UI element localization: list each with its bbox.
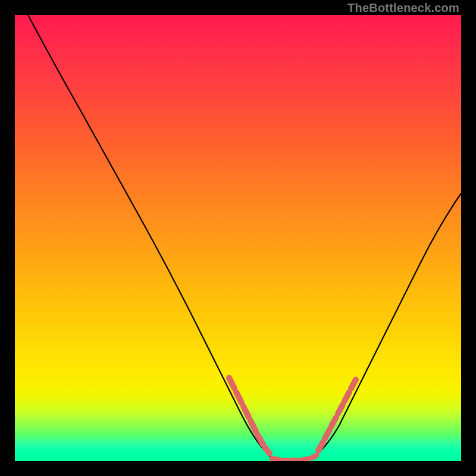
left-highlight-dash-3 — [243, 406, 249, 417]
watermark-text: TheBottleneck.com — [347, 1, 459, 15]
right-highlight-dash-6 — [351, 380, 356, 389]
right-highlight-dash-2 — [325, 430, 330, 439]
bottom-highlight-dash-1 — [272, 459, 278, 459]
bottom-highlight-dash-4 — [302, 459, 309, 460]
left-highlight-dash-1 — [229, 378, 234, 389]
left-highlight-dash-6 — [265, 447, 270, 453]
bottom-highlight-dash-5 — [312, 455, 317, 458]
bottleneck-curve-line — [28, 15, 461, 461]
chart-container: TheBottleneck.com — [0, 0, 476, 476]
curve-svg — [15, 15, 461, 461]
plot-area — [15, 15, 461, 461]
left-highlight-dash-4 — [250, 421, 256, 431]
right-highlight-dash-4 — [338, 405, 343, 414]
left-highlight-dash-2 — [236, 392, 242, 403]
right-highlight-dash-3 — [331, 417, 336, 426]
right-highlight-dash-1 — [318, 442, 323, 450]
right-highlight-dash-5 — [345, 392, 349, 401]
